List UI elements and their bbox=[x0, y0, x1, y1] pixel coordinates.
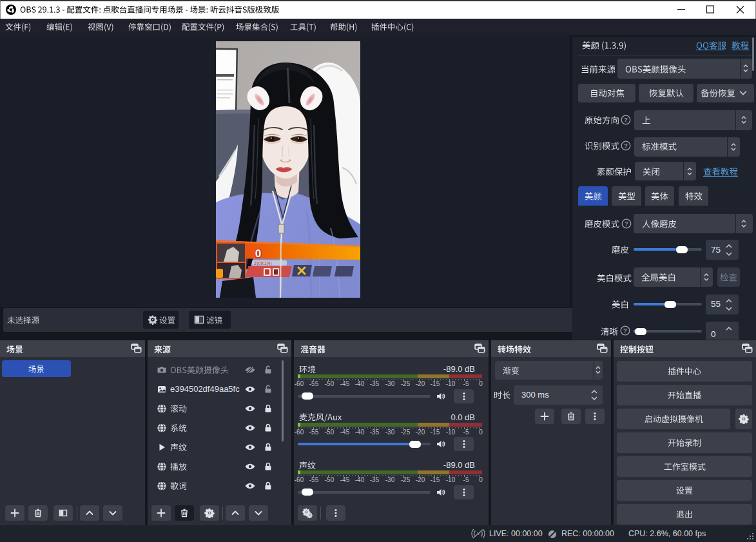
svg-text:?: ? bbox=[624, 142, 628, 149]
svg-text:?: ? bbox=[624, 116, 628, 123]
svg-text:?: ? bbox=[625, 220, 628, 227]
svg-text:?: ? bbox=[623, 327, 627, 334]
svg-text:2'(09:1(4): 2'(09:1(4) bbox=[254, 261, 272, 266]
svg-text:0: 0 bbox=[255, 247, 261, 260]
